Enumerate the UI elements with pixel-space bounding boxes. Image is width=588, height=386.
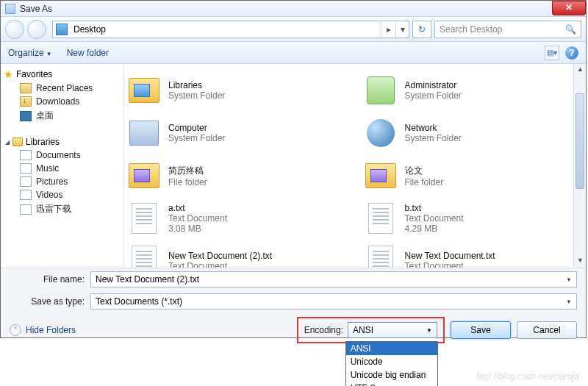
item-name: New Text Document (2).txt (168, 251, 272, 261)
recent-places-icon (20, 83, 32, 93)
file-item[interactable]: 简历终稿File folder (127, 155, 334, 196)
view-options-button[interactable]: ▤▾ (545, 46, 559, 60)
chevron-up-icon: ˄ (10, 324, 21, 336)
libraries-header[interactable]: ◢ Libraries (5, 137, 121, 147)
sidebar-item-videos[interactable]: Videos (4, 188, 121, 201)
organize-button[interactable]: Organize▼ (8, 48, 52, 58)
scroll-down-icon[interactable]: ▼ (574, 255, 587, 268)
item-name: b.txt (405, 203, 464, 213)
cancel-button[interactable]: Cancel (517, 321, 577, 339)
encoding-dropdown: ANSIUnicodeUnicode big endianUTF-8 (345, 341, 438, 386)
sidebar-item-desktop[interactable]: 桌面 (4, 108, 121, 124)
forward-button[interactable] (27, 20, 46, 39)
encoding-option[interactable]: Unicode (346, 355, 437, 368)
item-icon (127, 118, 161, 149)
save-button[interactable]: Save (451, 321, 511, 339)
file-item[interactable]: NetworkSystem Folder (364, 112, 571, 154)
refresh-button[interactable]: ↻ (412, 21, 431, 38)
save-as-dialog: Save As ✕ Desktop ▸ ▾ ↻ Search Desktop 🔍… (0, 0, 587, 338)
file-item[interactable]: New Text Document.txtText Document (364, 240, 571, 268)
app-icon (5, 4, 15, 14)
item-icon (127, 75, 161, 106)
item-desc: File folder (168, 177, 207, 187)
search-input[interactable]: Search Desktop 🔍 (434, 21, 581, 38)
sidebar-item-documents[interactable]: Documents (4, 149, 121, 162)
file-item[interactable]: ComputerSystem Folder (127, 112, 334, 154)
favorites-header[interactable]: ★ Favorites (4, 68, 121, 80)
item-size: 4.29 MB (405, 224, 464, 234)
scrollbar[interactable]: ▲ ▼ (573, 64, 586, 268)
desktop-tree-icon (20, 111, 32, 121)
star-icon: ★ (4, 68, 13, 80)
toolbar: Organize▼ New folder ▤▾ ? (1, 42, 586, 64)
sidebar-item-xunlei[interactable]: 迅雷下载 (4, 201, 121, 217)
address-text: Desktop (71, 24, 381, 35)
save-type-label: Save as type: (10, 296, 90, 307)
item-name: Network (405, 123, 462, 133)
file-item[interactable]: AdministratorSystem Folder (364, 70, 571, 111)
file-name-label: File name: (10, 274, 90, 285)
chevron-down-icon[interactable]: ▼ (566, 276, 572, 283)
item-desc: System Folder (168, 90, 225, 101)
item-name: a.txt (168, 203, 227, 213)
documents-icon (20, 150, 32, 160)
hide-folders-button[interactable]: ˄ Hide Folders (10, 324, 76, 336)
titlebar: Save As ✕ (1, 1, 586, 17)
encoding-group: Encoding: ANSI ▼ ANSIUnicodeUnicode big … (297, 317, 445, 343)
downloads-icon (20, 96, 32, 107)
item-size: 3.08 MB (168, 224, 227, 234)
item-desc: Text Document (168, 213, 227, 224)
item-name: 简历终稿 (168, 165, 207, 177)
file-item[interactable]: a.txtText Document3.08 MB (127, 198, 334, 239)
sidebar-item-downloads[interactable]: Downloads (4, 95, 121, 108)
address-bar[interactable]: Desktop ▸ ▾ (52, 21, 409, 38)
address-dropdown-icon[interactable]: ▾ (395, 21, 409, 37)
file-item[interactable]: LibrariesSystem Folder (127, 70, 334, 111)
item-icon (364, 203, 398, 234)
refresh-icon: ↻ (418, 24, 426, 35)
item-desc: File folder (405, 177, 444, 187)
chevron-down-icon: ▼ (426, 327, 432, 334)
item-icon (364, 75, 398, 106)
collapse-icon: ◢ (5, 139, 10, 146)
encoding-select[interactable]: ANSI ▼ (348, 322, 437, 338)
watermark: http://blog.csdn.net/claroja (476, 371, 579, 382)
sidebar: ★ Favorites Recent Places Downloads 桌面 ◢… (1, 64, 124, 268)
sidebar-item-recent-places[interactable]: Recent Places (4, 82, 121, 95)
item-desc: Text Document (405, 261, 495, 268)
folder-icon (12, 137, 23, 146)
save-type-select[interactable]: Text Documents (*.txt) ▼ (90, 293, 577, 310)
file-item[interactable]: 论文File folder (364, 155, 571, 196)
close-button[interactable]: ✕ (552, 1, 586, 15)
breadcrumb-chevron-icon[interactable]: ▸ (381, 21, 395, 37)
file-list: LibrariesSystem FolderAdministratorSyste… (124, 64, 573, 268)
item-icon (364, 246, 398, 268)
scroll-up-icon[interactable]: ▲ (574, 64, 587, 76)
sidebar-item-pictures[interactable]: Pictures (4, 175, 121, 188)
sidebar-item-music[interactable]: Music (4, 162, 121, 175)
scroll-thumb[interactable] (576, 93, 584, 189)
window-title: Save As (20, 4, 52, 14)
search-icon: 🔍 (565, 24, 576, 35)
chevron-down-icon: ▼ (46, 51, 52, 57)
item-name: Computer (168, 123, 225, 133)
music-icon (20, 163, 32, 174)
encoding-label: Encoding: (304, 325, 343, 335)
encoding-option[interactable]: UTF-8 (346, 382, 437, 386)
pictures-icon (20, 176, 32, 187)
item-desc: System Folder (405, 90, 462, 101)
item-desc: Text Document (405, 213, 464, 224)
encoding-option[interactable]: Unicode big endian (346, 368, 437, 382)
desktop-icon (56, 24, 68, 35)
back-button[interactable] (5, 20, 24, 39)
file-item[interactable]: b.txtText Document4.29 MB (364, 198, 571, 239)
navbar: Desktop ▸ ▾ ↻ Search Desktop 🔍 (1, 17, 586, 42)
file-item[interactable]: New Text Document (2).txtText Document (127, 240, 334, 268)
chevron-down-icon[interactable]: ▼ (566, 299, 572, 305)
new-folder-button[interactable]: New folder (67, 48, 109, 58)
encoding-option[interactable]: ANSI (346, 342, 437, 355)
help-button[interactable]: ? (565, 46, 578, 60)
file-name-input[interactable]: New Text Document (2).txt ▼ (90, 271, 577, 287)
search-placeholder: Search Desktop (440, 24, 502, 35)
item-name: New Text Document.txt (405, 251, 495, 261)
